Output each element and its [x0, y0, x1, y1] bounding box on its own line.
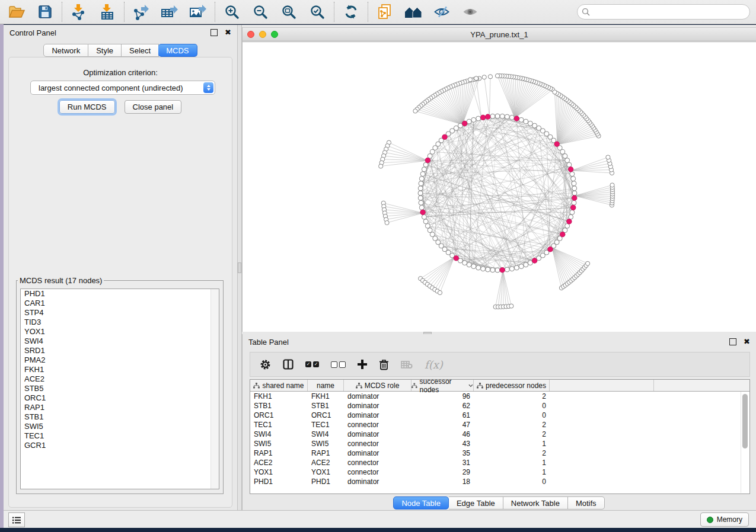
- table-tab-motifs[interactable]: Motifs: [568, 496, 605, 509]
- search-input[interactable]: [577, 4, 750, 20]
- table-tab-network-table[interactable]: Network Table: [503, 496, 568, 509]
- float-panel-icon[interactable]: [729, 338, 736, 345]
- column-header-shared-name[interactable]: shared name: [250, 380, 308, 391]
- mcds-result-item[interactable]: TID3: [21, 318, 219, 327]
- mcds-result-item[interactable]: RAP1: [21, 403, 219, 412]
- table-row[interactable]: TEC1TEC1connector472: [250, 420, 749, 430]
- memory-status-icon: [707, 517, 713, 523]
- table-cell: 1: [474, 458, 550, 467]
- table-cell: 2: [474, 420, 550, 430]
- tab-mcds[interactable]: MCDS: [158, 44, 197, 57]
- zoom-selected-icon[interactable]: [308, 3, 327, 21]
- table-row[interactable]: RAP1RAP1dominator352: [250, 448, 749, 458]
- table-tab-edge-table[interactable]: Edge Table: [449, 496, 503, 509]
- network-window-titlebar[interactable]: YPA_prune.txt_1: [243, 27, 756, 41]
- delete-column-icon[interactable]: [379, 357, 389, 371]
- criterion-dropdown[interactable]: largest connected component (undirected): [30, 81, 215, 95]
- tab-network[interactable]: Network: [43, 44, 88, 57]
- show-columns-icon[interactable]: [283, 357, 294, 371]
- export-image-icon[interactable]: [189, 3, 208, 21]
- mcds-result-item[interactable]: PMA2: [21, 355, 219, 365]
- table-panel-titlebar: Table Panel ✖: [243, 334, 756, 350]
- control-panel-titlebar: Control Panel ✖: [4, 25, 237, 40]
- tab-style[interactable]: Style: [88, 44, 122, 57]
- close-panel-icon[interactable]: ✖: [744, 339, 750, 345]
- mcds-result-list[interactable]: PHD1CAR1STP4TID3YOX1SWI4SRD1PMA2FKH1ACE2…: [20, 289, 219, 489]
- first-neighbors-icon[interactable]: [404, 3, 423, 21]
- mcds-result-item[interactable]: TEC1: [21, 431, 219, 441]
- mcds-result-item[interactable]: STB5: [21, 384, 219, 393]
- mcds-result-item[interactable]: CAR1: [21, 299, 219, 308]
- table-row[interactable]: SWI5SWI5connector431: [250, 439, 749, 448]
- mcds-result-item[interactable]: ACE2: [21, 374, 219, 384]
- column-header-empty: [550, 380, 654, 391]
- clear-table-icon[interactable]: [401, 357, 413, 371]
- table-row[interactable]: ORC1ORC1dominator610: [250, 411, 749, 420]
- window-close-light[interactable]: [247, 31, 254, 38]
- duplicate-network-icon[interactable]: [375, 3, 394, 21]
- zoom-out-icon[interactable]: [251, 3, 270, 21]
- column-header-mcds-role[interactable]: MCDS role: [344, 380, 412, 391]
- network-graph[interactable]: [243, 43, 756, 334]
- column-header-successor-nodes[interactable]: successor nodes: [412, 380, 474, 391]
- table-scrollbar-track[interactable]: [741, 392, 749, 493]
- run-mcds-button[interactable]: Run MCDS: [59, 100, 115, 114]
- zoom-fit-icon[interactable]: [279, 3, 298, 21]
- table-row[interactable]: ACE2ACE2connector311: [250, 458, 749, 467]
- column-header-name[interactable]: name: [308, 380, 344, 391]
- export-table-icon[interactable]: [160, 3, 179, 21]
- save-session-icon[interactable]: [36, 3, 55, 21]
- network-window: YPA_prune.txt_1: [242, 27, 756, 332]
- function-builder-icon[interactable]: f(x): [425, 357, 443, 371]
- table-scrollbar-thumb[interactable]: [742, 394, 748, 448]
- deselect-all-checks-icon[interactable]: [331, 357, 346, 371]
- window-maximize-light[interactable]: [271, 31, 278, 38]
- mcds-result-item[interactable]: SWI4: [21, 336, 219, 346]
- close-panel-button[interactable]: Close panel: [125, 100, 182, 114]
- list-icon: [12, 516, 21, 524]
- mcds-result-item[interactable]: GCR1: [21, 441, 219, 450]
- mcds-result-item[interactable]: PHD1: [21, 289, 219, 299]
- float-panel-icon[interactable]: [210, 29, 218, 36]
- table-cell: dominator: [344, 477, 412, 486]
- mcds-result-item[interactable]: YOX1: [21, 327, 219, 336]
- table-row[interactable]: FKH1FKH1dominator962: [250, 392, 749, 401]
- vertical-splitter-handle[interactable]: [238, 262, 241, 273]
- table-row[interactable]: YOX1YOX1connector291: [250, 467, 749, 477]
- column-header-predecessor-nodes[interactable]: predecessor nodes: [474, 380, 550, 391]
- table-cell: 61: [412, 411, 474, 420]
- memory-button[interactable]: Memory: [700, 512, 749, 527]
- settings-gear-icon[interactable]: [260, 357, 271, 371]
- list-scrollbar-track[interactable]: [210, 289, 219, 489]
- hide-selected-icon[interactable]: [432, 3, 451, 21]
- mcds-result-item[interactable]: FKH1: [21, 365, 219, 374]
- tab-select[interactable]: Select: [122, 44, 159, 57]
- table-row[interactable]: SWI4SWI4dominator462: [250, 430, 749, 439]
- table-cell: PHD1: [308, 477, 344, 486]
- table-cell: dominator: [344, 401, 412, 411]
- export-network-icon[interactable]: [132, 3, 151, 21]
- close-panel-icon[interactable]: ✖: [225, 30, 231, 36]
- mcds-result-item[interactable]: STP4: [21, 308, 219, 318]
- show-panels-list-button[interactable]: [8, 512, 25, 527]
- refresh-layout-icon[interactable]: [342, 3, 361, 21]
- zoom-in-icon[interactable]: [222, 3, 241, 21]
- table-row[interactable]: STB1STB1dominator620: [250, 401, 749, 411]
- table-tab-node-table[interactable]: Node Table: [393, 496, 449, 509]
- window-minimize-light[interactable]: [259, 31, 266, 38]
- table-row[interactable]: PHD1PHD1dominator180: [250, 477, 749, 486]
- mcds-result-item[interactable]: SRD1: [21, 346, 219, 355]
- add-column-icon[interactable]: [358, 357, 367, 371]
- table-cell: 2: [474, 448, 550, 458]
- mcds-result-item[interactable]: ORC1: [21, 393, 219, 403]
- open-file-icon[interactable]: [7, 3, 26, 21]
- import-table-icon[interactable]: [98, 3, 117, 21]
- show-all-icon[interactable]: [461, 3, 480, 21]
- mcds-result-item[interactable]: SWI5: [21, 422, 219, 431]
- import-network-icon[interactable]: [69, 3, 88, 21]
- select-all-checks-icon[interactable]: ✓✓: [305, 357, 319, 371]
- mcds-result-item[interactable]: STB1: [21, 412, 219, 422]
- main-toolbar: [0, 0, 756, 24]
- network-canvas[interactable]: [243, 43, 756, 332]
- vertical-splitter[interactable]: [237, 25, 242, 511]
